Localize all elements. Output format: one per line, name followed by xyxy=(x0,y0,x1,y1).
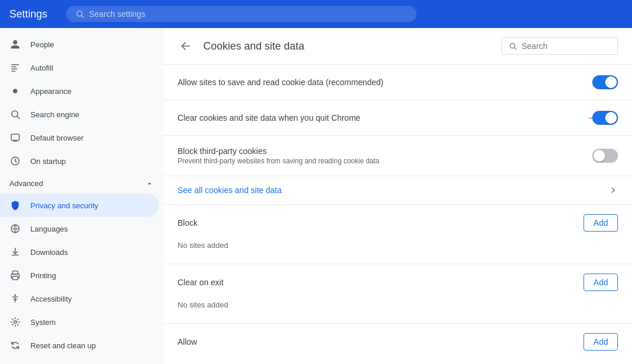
content-search-box[interactable] xyxy=(501,37,618,55)
sidebar-label-languages: Languages xyxy=(30,225,68,233)
clear-on-exit-section: Clear on exit Add No sites added xyxy=(164,264,632,324)
sidebar-item-people[interactable]: People xyxy=(0,33,159,56)
app-title: Settings xyxy=(9,8,47,20)
block-third-party-text-group: Block third-party cookies Prevent third-… xyxy=(178,146,380,165)
sidebar-item-privacy[interactable]: Privacy and security xyxy=(0,194,159,217)
sidebar-label-on-startup: On startup xyxy=(30,157,66,166)
sidebar-item-reset[interactable]: Reset and clean up xyxy=(0,334,159,357)
svg-line-1 xyxy=(82,16,84,18)
sidebar-item-default-browser[interactable]: Default browser xyxy=(0,126,159,149)
block-third-party-row: Block third-party cookies Prevent third-… xyxy=(164,136,632,176)
sidebar-label-people: People xyxy=(30,40,54,49)
block-third-party-label: Block third-party cookies xyxy=(178,146,380,156)
app-header: Settings xyxy=(0,0,632,28)
shield-icon xyxy=(9,200,21,211)
svg-rect-5 xyxy=(11,71,16,72)
clear-cookies-row: Clear cookies and site data when you qui… xyxy=(164,100,632,136)
chevron-up-icon xyxy=(145,178,154,188)
back-button[interactable] xyxy=(178,38,194,54)
clear-cookies-slider[interactable] xyxy=(592,111,618,125)
allow-title: Allow xyxy=(178,337,197,346)
allow-section: Allow Add xyxy=(164,324,632,364)
svg-line-17 xyxy=(515,48,516,50)
accessibility-icon xyxy=(9,293,21,304)
sidebar-item-autofill[interactable]: Autofill xyxy=(0,56,159,79)
sidebar-label-accessibility: Accessibility xyxy=(30,295,72,303)
sidebar-label-autofill: Autofill xyxy=(30,64,53,72)
clear-on-exit-title: Clear on exit xyxy=(178,278,224,287)
back-arrow-icon xyxy=(180,40,192,52)
sidebar-item-printing[interactable]: Printing xyxy=(0,264,159,287)
svg-point-6 xyxy=(13,89,18,93)
block-title: Block xyxy=(178,218,197,228)
clear-cookies-toggle[interactable] xyxy=(592,111,618,125)
svg-rect-2 xyxy=(11,64,19,65)
person-icon xyxy=(9,38,21,50)
sidebar: People Autofill Appearance Search engine xyxy=(0,28,164,364)
print-icon xyxy=(9,270,21,281)
sidebar-item-appearance[interactable]: Appearance xyxy=(0,79,159,103)
globe-icon xyxy=(9,223,21,235)
startup-icon xyxy=(9,155,21,167)
allow-section-header: Allow Add xyxy=(178,333,618,351)
sidebar-item-downloads[interactable]: Downloads xyxy=(0,240,159,264)
block-third-party-toggle[interactable] xyxy=(592,149,618,163)
sidebar-label-downloads: Downloads xyxy=(30,248,68,257)
content-search-input[interactable] xyxy=(522,41,610,51)
block-section: Block Add No sites added xyxy=(164,205,632,264)
block-add-button[interactable]: Add xyxy=(584,214,618,232)
sidebar-label-system: System xyxy=(30,318,55,327)
sidebar-item-search-engine[interactable]: Search engine xyxy=(0,103,159,126)
autofill-icon xyxy=(9,62,21,74)
allow-add-button[interactable]: Add xyxy=(584,333,618,351)
clear-on-exit-header: Clear on exit Add xyxy=(178,274,618,291)
sidebar-label-printing: Printing xyxy=(30,271,56,280)
search-engine-icon xyxy=(9,108,21,120)
page-title: Cookies and site data xyxy=(203,40,304,52)
allow-sites-slider[interactable] xyxy=(592,75,618,89)
allow-sites-label: Allow sites to save and read cookie data… xyxy=(178,78,384,87)
content-header: Cookies and site data xyxy=(164,28,632,65)
sidebar-label-privacy: Privacy and security xyxy=(30,201,98,210)
svg-rect-3 xyxy=(11,66,16,68)
svg-rect-12 xyxy=(13,271,18,274)
reset-icon xyxy=(9,340,21,351)
advanced-section-header[interactable]: Advanced xyxy=(0,173,164,194)
header-search-input[interactable] xyxy=(89,9,407,19)
clear-on-exit-add-button[interactable]: Add xyxy=(584,274,618,291)
allow-sites-toggle[interactable] xyxy=(592,75,618,89)
clear-on-exit-no-sites: No sites added xyxy=(178,296,618,314)
svg-point-15 xyxy=(14,321,17,324)
see-all-cookies-row[interactable]: See all cookies and site data xyxy=(164,176,632,205)
sidebar-label-appearance: Appearance xyxy=(30,87,71,96)
block-no-sites: No sites added xyxy=(178,236,618,254)
header-search-bar[interactable] xyxy=(66,6,416,22)
sidebar-item-accessibility[interactable]: Accessibility xyxy=(0,287,159,310)
block-third-party-sublabel: Prevent third-party websites from saving… xyxy=(178,157,380,165)
sidebar-item-system[interactable]: System xyxy=(0,310,159,334)
content-header-left: Cookies and site data xyxy=(178,38,304,54)
sidebar-label-search-engine: Search engine xyxy=(30,110,79,119)
content-area: Cookies and site data Allow sites to sav… xyxy=(164,28,632,364)
sidebar-item-on-startup[interactable]: On startup xyxy=(0,149,159,173)
advanced-label: Advanced xyxy=(9,179,43,188)
download-icon xyxy=(9,246,21,258)
main-layout: People Autofill Appearance Search engine xyxy=(0,28,632,364)
block-third-party-slider[interactable] xyxy=(592,149,618,163)
svg-rect-13 xyxy=(13,276,18,280)
clear-cookies-label: Clear cookies and site data when you qui… xyxy=(178,113,360,123)
content-search-icon xyxy=(509,41,517,51)
appearance-icon xyxy=(9,85,21,97)
sidebar-item-languages[interactable]: Languages xyxy=(0,217,159,240)
header-search-icon xyxy=(75,9,84,19)
system-icon xyxy=(9,316,21,328)
svg-rect-9 xyxy=(11,134,19,141)
sidebar-label-reset: Reset and clean up xyxy=(30,341,96,350)
block-section-header: Block Add xyxy=(178,214,618,232)
chevron-right-icon xyxy=(609,186,618,195)
allow-sites-row: Allow sites to save and read cookie data… xyxy=(164,65,632,100)
see-all-label: See all cookies and site data xyxy=(178,186,282,195)
svg-point-14 xyxy=(15,295,16,296)
svg-rect-4 xyxy=(11,69,18,70)
sidebar-label-default-browser: Default browser xyxy=(30,134,84,142)
